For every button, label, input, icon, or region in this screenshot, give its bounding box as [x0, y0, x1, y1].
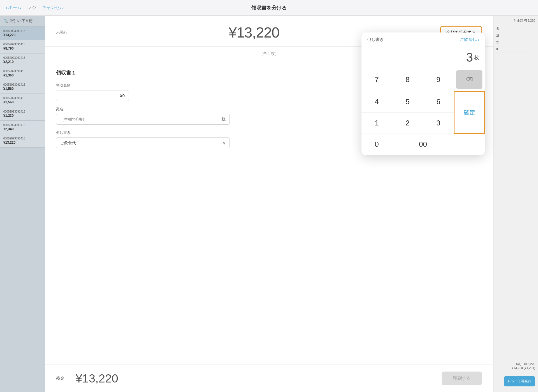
list-item-amount: ¥1,560 [3, 87, 41, 91]
right-panel-total: 計金額 ¥13,220 [496, 18, 535, 23]
list-item-id: 00052023091415 [3, 110, 41, 113]
list-item-id: 00052023091415 [3, 56, 41, 59]
list-item[interactable]: 00052023091415 ¥13,220 [0, 27, 45, 40]
list-item-amount: ¥2,340 [3, 127, 41, 131]
key-1[interactable]: 1 [361, 113, 392, 134]
list-item[interactable]: 00052023091415 ¥1,360 [0, 67, 45, 80]
list-item[interactable]: 00052023091415 ¥8,790 [0, 40, 45, 53]
numpad-count-value: 3 [466, 50, 473, 64]
numpad-count-row: 3 枚 [361, 47, 485, 68]
list-item-id: 00052023091415 [3, 97, 41, 100]
key-9[interactable]: 9 [423, 68, 454, 91]
search-bar[interactable]: 🔍 取引No下５桁 [0, 16, 45, 27]
numpad-header: 但し書き ご飲食代 › [361, 32, 485, 47]
chevron-left-icon: ‹ [6, 5, 7, 10]
list-item-amount: ¥13,220 [3, 141, 41, 144]
list-item[interactable]: 00052023091415 ¥1,560 [0, 80, 45, 94]
numpad-panel: 但し書き ご飲食代 › 3 枚 7 8 9 ⌫ 4 [361, 32, 485, 155]
sidebar: 🔍 取引No下５桁 00052023091415 ¥13,220 0005202… [0, 16, 45, 392]
key-backspace[interactable]: ⌫ [456, 70, 483, 89]
footer-balance: 残金 ¥13,220 [56, 372, 118, 385]
print-button: 印刷する [442, 372, 482, 385]
key-3[interactable]: 3 [423, 113, 454, 134]
home-label[interactable]: ホーム [8, 5, 22, 11]
list-item-id: 00052023091415 [3, 137, 41, 140]
list-item[interactable]: 00052023091415 ¥1,560 [0, 94, 45, 107]
list-item[interactable]: 00052023091415 ¥2,340 [0, 121, 45, 134]
list-item-id: 00052023091415 [3, 70, 41, 73]
recipient-suffix: 様 [222, 117, 226, 122]
cancel-button[interactable]: キャンセル [42, 5, 64, 11]
points-total: 6点 ¥13,220 [512, 362, 535, 366]
list-item-amount: ¥2,210 [3, 60, 41, 64]
key-00[interactable]: 00 [392, 134, 454, 155]
key-confirm[interactable]: 確定 [454, 91, 485, 134]
key-5[interactable]: 5 [392, 91, 423, 113]
list-item-amount: ¥1,230 [3, 114, 41, 118]
right-item: 名 [496, 25, 535, 32]
numpad-header-label: 但し書き [367, 37, 384, 42]
right-item: 28 [496, 39, 535, 46]
balance-label: 残金 [56, 376, 64, 381]
numpad-count-unit: 枚 [474, 54, 479, 61]
key-6[interactable]: 6 [423, 91, 454, 113]
modal-status: 未発行 [56, 30, 68, 35]
list-item[interactable]: 00052023091415 ¥13,220 [0, 134, 45, 148]
modal-inner: 未発行 ¥13,220 金額を等分する （全１枚） 領収書１ 領収金額 宛名 顧… [45, 16, 493, 392]
numpad-grid: 7 8 9 ⌫ 4 5 6 確定 1 2 3 0 00 [361, 68, 485, 155]
page-title: 領収書を分ける [251, 4, 287, 11]
key-7[interactable]: 7 [361, 68, 392, 91]
nav-separator: レジ [27, 5, 36, 11]
list-item-amount: ¥8,790 [3, 46, 41, 50]
nav-home[interactable]: ‹ ホーム [6, 5, 22, 11]
key-8[interactable]: 8 [392, 68, 423, 91]
key-0[interactable]: 0 [361, 134, 392, 155]
list-item-amount: ¥1,560 [3, 100, 41, 104]
key-4[interactable]: 4 [361, 91, 392, 113]
list-item-id: 00052023091415 [3, 43, 41, 46]
memo-select[interactable]: ご飲食代 [56, 137, 230, 148]
list-item-amount: ¥13,220 [3, 33, 41, 37]
reissue-button[interactable]: レシート再発行 [504, 376, 535, 386]
right-item: 0 [496, 46, 535, 53]
modal-footer: 残金 ¥13,220 印刷する [45, 365, 493, 392]
right-item: 28 [496, 32, 535, 39]
points-detail: ¥13,220 (¥1,201) [512, 366, 535, 370]
list-item[interactable]: 00052023091415 ¥1,230 [0, 107, 45, 121]
key-2[interactable]: 2 [392, 113, 423, 134]
recipient-input[interactable] [56, 114, 230, 125]
list-item[interactable]: 00052023091415 ¥2,210 [0, 53, 45, 67]
search-icon: 🔍 [3, 19, 8, 23]
balance-amount: ¥13,220 [76, 372, 118, 385]
list-item-id: 00052023091415 [3, 29, 41, 32]
right-panel: 計金額 ¥13,220 名 28 28 0 6点 ¥13,220 ¥13,220… [493, 16, 538, 392]
modal-overlay: 未発行 ¥13,220 金額を等分する （全１枚） 領収書１ 領収金額 宛名 顧… [45, 16, 493, 392]
tabs-label: （全１枚） [259, 51, 279, 56]
list-item-id: 00052023091415 [3, 123, 41, 127]
list-item-amount: ¥1,360 [3, 73, 41, 77]
memo-select-wrapper: ご飲食代 ∨ [56, 137, 230, 148]
modal-amount: ¥13,220 [229, 24, 279, 41]
chevron-right-icon: › [478, 37, 479, 42]
numpad-category[interactable]: ご飲食代 › [460, 37, 479, 42]
search-label: 取引No下５桁 [10, 18, 33, 24]
list-item-id: 00052023091415 [3, 83, 41, 86]
amount-input[interactable] [56, 90, 129, 101]
top-nav: ‹ ホーム レジ キャンセル 領収書を分ける [0, 0, 538, 16]
